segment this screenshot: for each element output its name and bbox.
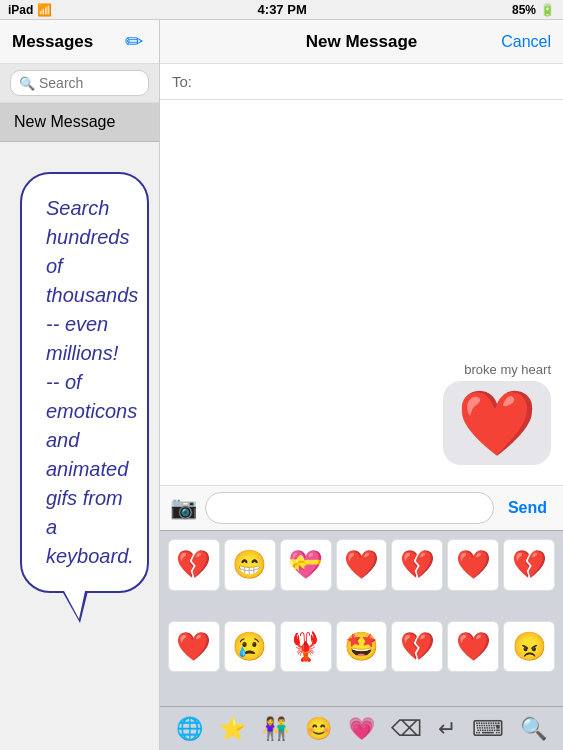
to-input[interactable] <box>198 73 551 90</box>
emoji-keyboard: 💔 😁 💝 ❤️ 💔 ❤️ 💔 ❤️ 😢 🦞 🤩 💔 ❤️ 😠 🌐 ⭐ <box>160 530 563 750</box>
left-header: Messages ✏ <box>0 20 159 64</box>
cancel-button[interactable]: Cancel <box>501 33 551 51</box>
backspace-button[interactable]: ⌫ <box>383 712 430 746</box>
search-input-wrap: 🔍 <box>10 70 149 96</box>
input-row: 📷 Send <box>160 485 563 530</box>
to-label: To: <box>172 73 192 90</box>
message-area: broke my heart ❤️ <box>160 100 563 485</box>
emoji-cell-red-heart-3[interactable]: ❤️ <box>168 621 220 673</box>
wifi-icon: 📶 <box>37 3 52 17</box>
emoji-cell-lobster[interactable]: 🦞 <box>280 621 332 673</box>
return-button[interactable]: ↵ <box>430 712 464 746</box>
message-sender-label: broke my heart <box>464 362 551 377</box>
status-time: 4:37 PM <box>258 2 307 17</box>
status-bar: iPad 📶 4:37 PM 85% 🔋 <box>0 0 563 20</box>
emoji-cell-smiley[interactable]: 😁 <box>224 539 276 591</box>
emoji-cell-broken-heart-1[interactable]: 💔 <box>168 539 220 591</box>
main-area: Messages ✏ 🔍 New Message Search hundreds… <box>0 20 563 750</box>
emoji-cell-angry[interactable]: 😠 <box>503 621 555 673</box>
message-bubble: ❤️ <box>443 381 551 465</box>
search-input[interactable] <box>39 75 140 91</box>
emoji-button[interactable]: 😊 <box>297 712 340 746</box>
emoji-cell-star-eyes[interactable]: 🤩 <box>336 621 388 673</box>
emoji-grid: 💔 😁 💝 ❤️ 💔 ❤️ 💔 ❤️ 😢 🦞 🤩 💔 ❤️ 😠 <box>160 531 563 706</box>
emoji-cell-heart-crown[interactable]: 💝 <box>280 539 332 591</box>
message-input[interactable] <box>205 492 494 524</box>
message-container: broke my heart ❤️ <box>172 362 551 465</box>
battery-label: 85% <box>512 3 536 17</box>
search-icon: 🔍 <box>19 76 35 91</box>
right-header: New Message Cancel <box>160 20 563 64</box>
battery-icon: 🔋 <box>540 3 555 17</box>
camera-button[interactable]: 📷 <box>170 495 197 521</box>
emoji-cell-broken-heart-4[interactable]: 💔 <box>391 621 443 673</box>
heart-emoji-image: ❤️ <box>457 391 537 455</box>
search-bar: 🔍 <box>0 64 159 103</box>
people-button[interactable]: 👫 <box>254 712 297 746</box>
emoji-cell-red-heart-4[interactable]: ❤️ <box>447 621 499 673</box>
status-left: iPad 📶 <box>8 3 52 17</box>
left-panel: Messages ✏ 🔍 New Message Search hundreds… <box>0 20 160 750</box>
globe-button[interactable]: 🌐 <box>168 712 211 746</box>
new-message-row[interactable]: New Message <box>0 103 159 142</box>
speech-bubble-text: Search hundreds of thousands -- even mil… <box>46 194 123 571</box>
emoji-cell-red-heart-2[interactable]: ❤️ <box>447 539 499 591</box>
right-panel-title: New Message <box>306 32 418 52</box>
emoji-cell-crying[interactable]: 😢 <box>224 621 276 673</box>
bubble-area: Search hundreds of thousands -- even mil… <box>0 142 159 750</box>
keyboard-toolbar: 🌐 ⭐ 👫 😊 💗 ⌫ ↵ ⌨ 🔍 <box>160 706 563 750</box>
to-field: To: <box>160 64 563 100</box>
status-right: 85% 🔋 <box>512 3 555 17</box>
speech-bubble: Search hundreds of thousands -- even mil… <box>20 172 149 593</box>
emoji-cell-broken-heart-2[interactable]: 💔 <box>391 539 443 591</box>
star-button[interactable]: ⭐ <box>211 712 254 746</box>
carrier-label: iPad <box>8 3 33 17</box>
search-keyboard-button[interactable]: 🔍 <box>512 712 555 746</box>
messages-title: Messages <box>12 32 93 52</box>
emoji-cell-broken-heart-3[interactable]: 💔 <box>503 539 555 591</box>
heart-button[interactable]: 💗 <box>340 712 383 746</box>
keyboard-button[interactable]: ⌨ <box>464 712 512 746</box>
send-button[interactable]: Send <box>502 495 553 521</box>
emoji-cell-red-heart-1[interactable]: ❤️ <box>336 539 388 591</box>
compose-button[interactable]: ✏ <box>121 27 147 57</box>
right-panel: New Message Cancel To: broke my heart ❤️… <box>160 20 563 750</box>
